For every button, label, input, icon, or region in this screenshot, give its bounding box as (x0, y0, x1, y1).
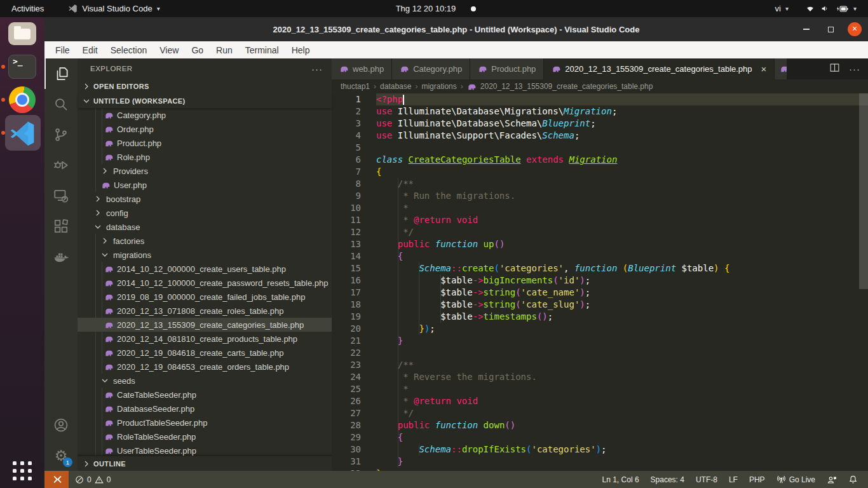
tree-item[interactable]: ProductTableSeeder.php (78, 416, 332, 430)
code-line[interactable]: 1<?php (332, 93, 868, 105)
ellipsis-icon[interactable]: ··· (849, 64, 860, 75)
tree-item[interactable]: seeds (78, 374, 332, 388)
remote-indicator[interactable] (44, 471, 69, 488)
menu-terminal[interactable]: Terminal (240, 43, 285, 57)
show-applications-button[interactable] (0, 456, 44, 485)
tree-item[interactable]: 2014_10_12_100000_create_password_resets… (78, 276, 332, 290)
code-line[interactable]: 10 * (332, 202, 868, 214)
code-line[interactable]: 27 */ (332, 407, 868, 419)
close-button[interactable]: × (848, 22, 862, 36)
encoding[interactable]: UTF-8 (692, 471, 721, 488)
code-line[interactable]: 32} (332, 468, 868, 471)
notifications[interactable] (844, 471, 862, 488)
menu-go[interactable]: Go (186, 43, 209, 57)
code-line[interactable]: 13 public function up() (332, 238, 868, 250)
tree-item[interactable]: Category.php (78, 108, 332, 122)
sidebar-actions-icon[interactable]: ··· (311, 64, 323, 74)
account-button[interactable] (44, 410, 78, 440)
tree-item[interactable]: bootstrap (78, 192, 332, 206)
tree-item[interactable]: RoleTableSeeder.php (78, 430, 332, 444)
tree-item[interactable]: Providers (78, 164, 332, 178)
tree-item[interactable]: factories (78, 234, 332, 248)
code-line[interactable]: 24 * Reverse the migrations. (332, 371, 868, 383)
tree-item[interactable]: database (78, 220, 332, 234)
tab-web.php[interactable]: web.php (332, 58, 392, 79)
code-line[interactable]: 11 * @return void (332, 214, 868, 226)
code-line[interactable]: 25 * (332, 383, 868, 395)
tree-item[interactable]: 2020_12_19_084653_create_orders_table.ph… (78, 360, 332, 374)
tab-Category.php[interactable]: Category.php (392, 58, 470, 79)
dock-item-vscode[interactable] (0, 116, 44, 149)
close-tab-icon[interactable]: × (761, 64, 767, 74)
menu-run[interactable]: Run (210, 43, 238, 57)
run-debug-button[interactable] (44, 150, 78, 180)
outline-section[interactable]: OUTLINE (78, 456, 332, 471)
activities-button[interactable]: Activities (8, 0, 48, 17)
language-mode[interactable]: PHP (745, 471, 769, 488)
explorer-button[interactable] (44, 58, 78, 89)
code-line[interactable]: 19 $table->timestamps(); (332, 311, 868, 323)
breadcrumb-item[interactable]: thuctap1 (341, 82, 370, 91)
tree-item[interactable]: UserTableSeeder.php (78, 444, 332, 456)
code-line[interactable]: 12 */ (332, 226, 868, 238)
remote-explorer-button[interactable] (44, 180, 78, 211)
code-line[interactable]: 23 /** (332, 359, 868, 371)
code-line[interactable]: 20 }); (332, 323, 868, 335)
go-live[interactable]: Go Live (773, 471, 819, 488)
code-line[interactable]: 4use Illuminate\Support\Facades\Schema; (332, 130, 868, 142)
keyboard-layout-indicator[interactable]: vi ▾ (771, 0, 792, 17)
settings-gear-button[interactable]: ⚙1 (44, 440, 78, 471)
app-menu[interactable]: Visual Studio Code ▾ (64, 0, 163, 17)
code-line[interactable]: 8 /** (332, 178, 868, 190)
menu-help[interactable]: Help (286, 43, 316, 57)
tree-item[interactable]: 2019_08_19_000000_create_failed_jobs_tab… (78, 290, 332, 304)
breadcrumb[interactable]: thuctap1›database›migrations›2020_12_13_… (332, 79, 868, 93)
tree-item[interactable]: Role.php (78, 150, 332, 164)
source-control-button[interactable] (44, 119, 78, 150)
split-editor-icon[interactable] (829, 62, 840, 76)
dock-item-terminal[interactable]: >_ (0, 50, 44, 83)
tree-item[interactable]: config (78, 206, 332, 220)
code-line[interactable]: 31 } (332, 456, 868, 468)
restore-button[interactable] (824, 22, 837, 36)
feedback[interactable] (823, 471, 841, 488)
tree-item[interactable]: Order.php (78, 122, 332, 136)
code-line[interactable]: 15 Schema::create('categories', function… (332, 262, 868, 274)
tree-item[interactable]: 2014_10_12_000000_create_users_table.php (78, 262, 332, 276)
tree-item[interactable]: CateTableSeeder.php (78, 388, 332, 402)
menu-selection[interactable]: Selection (105, 43, 153, 57)
dock-item-chrome[interactable] (0, 83, 44, 116)
code-line[interactable]: 6class CreateCategoriesTable extends Mig… (332, 154, 868, 166)
tree-item[interactable]: 2020_12_13_071808_create_roles_table.php (78, 304, 332, 318)
menu-file[interactable]: File (50, 43, 76, 57)
problems[interactable]: 00 (71, 471, 114, 488)
code-line[interactable]: 21 } (332, 335, 868, 347)
tree-item[interactable]: User.php (78, 178, 332, 192)
system-tray[interactable]: ▾ (801, 0, 860, 17)
code-line[interactable]: 14 { (332, 250, 868, 262)
code-line[interactable]: 3use Illuminate\Database\Schema\Blueprin… (332, 118, 868, 130)
code-line[interactable]: 30 Schema::dropIfExists('categories'); (332, 444, 868, 456)
menu-edit[interactable]: Edit (77, 43, 104, 57)
tree-item[interactable]: 2020_12_19_084618_create_carts_table.php (78, 346, 332, 360)
breadcrumb-item[interactable]: migrations (421, 82, 456, 91)
code-line[interactable]: 22 (332, 347, 868, 359)
tree-item[interactable]: Product.php (78, 136, 332, 150)
cursor-position[interactable]: Ln 1, Col 6 (599, 471, 643, 488)
tab-partial[interactable] (775, 58, 787, 79)
code-line[interactable]: 2use Illuminate\Database\Migrations\Migr… (332, 105, 868, 118)
tree-item[interactable]: migrations (78, 248, 332, 262)
clock[interactable]: Thg 12 20 10:19 (392, 0, 460, 17)
tree-item[interactable]: DatabaseSeeder.php (78, 402, 332, 416)
breadcrumb-item[interactable]: database (380, 82, 411, 91)
code-line[interactable]: 18 $table->string('cate_slug'); (332, 299, 868, 311)
minimize-button[interactable] (799, 22, 813, 36)
vscode-titlebar[interactable]: 2020_12_13_155309_create_categories_tabl… (44, 17, 868, 41)
editor-scrollbar[interactable] (859, 93, 868, 289)
tree-item[interactable]: 2020_12_14_081810_create_products_table.… (78, 332, 332, 346)
code-line[interactable]: 17 $table->string('cate_name'); (332, 287, 868, 299)
workspace-section[interactable]: UNTITLED (WORKSPACE) (78, 94, 332, 108)
eol[interactable]: LF (725, 471, 742, 488)
code-editor[interactable]: 1<?php2use Illuminate\Database\Migration… (332, 93, 868, 471)
code-line[interactable]: 29 { (332, 431, 868, 444)
